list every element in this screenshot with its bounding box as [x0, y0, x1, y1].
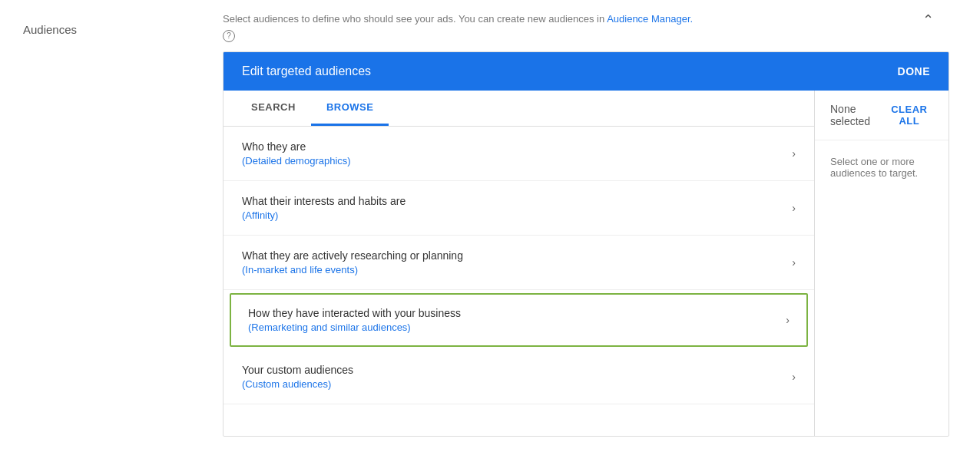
empty-message-text: Select one or more audiences to target.	[830, 156, 918, 179]
chevron-right-icon: ›	[792, 371, 796, 383]
category-item-custom-audiences[interactable]: Your custom audiences (Custom audiences)…	[223, 350, 814, 404]
panel-header: Edit targeted audiences DONE	[223, 52, 949, 91]
chevron-right-icon: ›	[792, 256, 796, 269]
panel-title: Edit targeted audiences	[242, 64, 371, 78]
category-name: Who they are	[242, 140, 351, 153]
help-icon[interactable]: ?	[223, 30, 235, 42]
category-list: Who they are (Detailed demographics) › W…	[223, 127, 814, 404]
chevron-right-icon: ›	[792, 202, 796, 214]
right-pane-header: None selected CLEAR ALL	[815, 91, 949, 140]
header-description: Select audiences to define who should se…	[223, 12, 693, 27]
category-sub: (In-market and life events)	[242, 264, 463, 275]
main-content: Select audiences to define who should se…	[223, 0, 980, 475]
header-description-block: Select audiences to define who should se…	[223, 12, 693, 42]
none-selected-text: None selected	[830, 103, 886, 127]
sidebar-title: Audiences	[23, 23, 77, 36]
category-item-interacted-business[interactable]: How they have interacted with your busin…	[230, 293, 808, 347]
category-name: How they have interacted with your busin…	[248, 307, 461, 319]
category-name: Your custom audiences	[242, 364, 353, 376]
panel: Edit targeted audiences DONE SEARCH BROW…	[223, 51, 949, 437]
tab-search[interactable]: SEARCH	[236, 91, 311, 126]
category-text: Who they are (Detailed demographics)	[242, 140, 351, 167]
header-row: Select audiences to define who should se…	[223, 12, 965, 42]
category-text: What their interests and habits are (Aff…	[242, 195, 406, 221]
description-text: Select audiences to define who should se…	[223, 13, 607, 25]
category-sub: (Detailed demographics)	[242, 155, 351, 167]
category-item-interests-habits[interactable]: What their interests and habits are (Aff…	[223, 181, 814, 236]
category-sub: (Remarketing and similar audiences)	[248, 322, 461, 333]
chevron-right-icon: ›	[786, 314, 790, 326]
category-text: Your custom audiences (Custom audiences)	[242, 364, 353, 390]
description-text-row: Select audiences to define who should se…	[223, 12, 693, 27]
clear-all-button[interactable]: CLEAR ALL	[886, 104, 933, 127]
tab-browse[interactable]: BROWSE	[311, 91, 389, 126]
tabs: SEARCH BROWSE	[223, 91, 814, 127]
done-button[interactable]: DONE	[898, 65, 930, 78]
help-icon-row: ?	[223, 30, 693, 42]
category-text: How they have interacted with your busin…	[248, 307, 461, 333]
panel-body: SEARCH BROWSE Who they are (Detailed dem…	[223, 91, 949, 436]
category-name: What they are actively researching or pl…	[242, 249, 463, 262]
audience-manager-link[interactable]: Audience Manager.	[607, 13, 693, 25]
right-pane: None selected CLEAR ALL Select one or mo…	[815, 91, 949, 436]
left-pane: SEARCH BROWSE Who they are (Detailed dem…	[223, 91, 815, 436]
category-text: What they are actively researching or pl…	[242, 249, 463, 275]
category-sub: (Affinity)	[242, 209, 406, 221]
category-sub: (Custom audiences)	[242, 378, 353, 390]
sidebar: Audiences	[0, 0, 223, 475]
right-pane-empty-message: Select one or more audiences to target.	[815, 140, 949, 194]
chevron-right-icon: ›	[792, 147, 796, 160]
collapse-icon[interactable]: ⌃	[907, 12, 949, 28]
category-name: What their interests and habits are	[242, 195, 406, 207]
category-item-researching-planning[interactable]: What they are actively researching or pl…	[223, 236, 814, 290]
category-item-who-they-are[interactable]: Who they are (Detailed demographics) ›	[223, 127, 814, 181]
